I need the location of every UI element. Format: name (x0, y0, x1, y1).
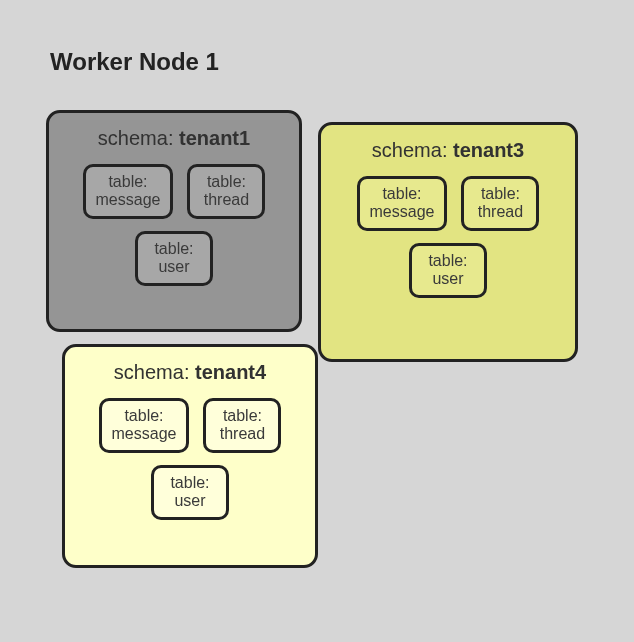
table-label: table: (422, 252, 474, 270)
table-label: table: (216, 407, 268, 425)
table-thread: table: thread (203, 398, 281, 453)
schema-name: tenant1 (179, 127, 250, 149)
table-name: thread (200, 191, 252, 209)
tables-row-bottom: table: user (337, 243, 559, 298)
table-label: table: (474, 185, 526, 203)
schema-tenant1: schema: tenant1 table: message table: th… (46, 110, 302, 332)
table-label: table: (112, 407, 177, 425)
schema-label-prefix: schema: (372, 139, 453, 161)
table-name: message (370, 203, 435, 221)
schema-name: tenant3 (453, 139, 524, 161)
schema-tenant4: schema: tenant4 table: message table: th… (62, 344, 318, 568)
table-label: table: (370, 185, 435, 203)
schema-tenant3: schema: tenant3 table: message table: th… (318, 122, 578, 362)
tables-row-top: table: message table: thread (81, 398, 299, 453)
schema-title: schema: tenant4 (81, 361, 299, 384)
table-label: table: (96, 173, 161, 191)
tables-row-bottom: table: user (65, 231, 283, 286)
table-label: table: (200, 173, 252, 191)
table-message: table: message (357, 176, 448, 231)
table-user: table: user (135, 231, 213, 286)
schema-title: schema: tenant1 (65, 127, 283, 150)
schema-label-prefix: schema: (114, 361, 195, 383)
table-name: message (96, 191, 161, 209)
table-name: user (164, 492, 216, 510)
table-name: thread (474, 203, 526, 221)
schema-name: tenant4 (195, 361, 266, 383)
table-message: table: message (83, 164, 174, 219)
schema-label-prefix: schema: (98, 127, 179, 149)
table-user: table: user (151, 465, 229, 520)
table-name: user (422, 270, 474, 288)
tables-row-top: table: message table: thread (65, 164, 283, 219)
table-label: table: (164, 474, 216, 492)
table-thread: table: thread (187, 164, 265, 219)
table-name: thread (216, 425, 268, 443)
tables-row-top: table: message table: thread (337, 176, 559, 231)
page-title: Worker Node 1 (50, 48, 219, 76)
table-thread: table: thread (461, 176, 539, 231)
tables-row-bottom: table: user (81, 465, 299, 520)
table-message: table: message (99, 398, 190, 453)
schema-title: schema: tenant3 (337, 139, 559, 162)
table-user: table: user (409, 243, 487, 298)
table-name: message (112, 425, 177, 443)
table-label: table: (148, 240, 200, 258)
table-name: user (148, 258, 200, 276)
